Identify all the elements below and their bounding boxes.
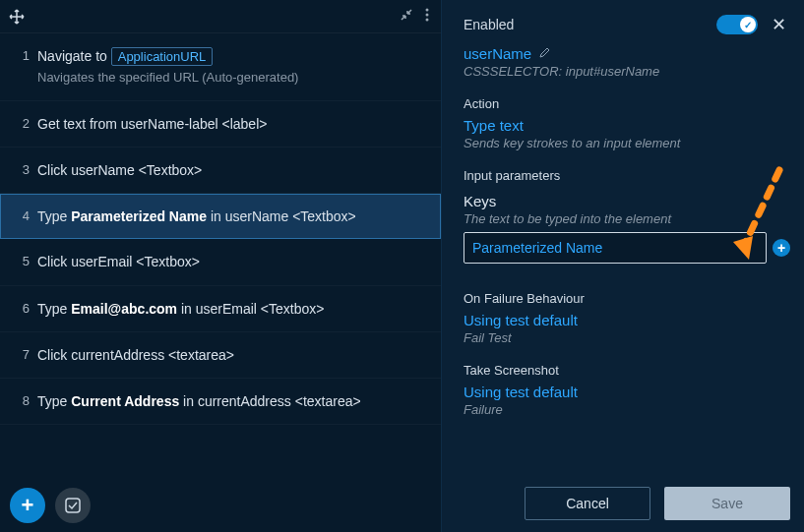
enabled-toggle[interactable]: ✓: [716, 15, 758, 34]
step-number: 5: [10, 254, 30, 268]
steps-panel: 1 Navigate to ApplicationURL Navigates t…: [0, 0, 441, 532]
step-number: 6: [10, 301, 30, 316]
param-chip[interactable]: ApplicationURL: [111, 47, 214, 66]
step-number: 1: [10, 48, 30, 63]
save-button[interactable]: Save: [664, 487, 790, 520]
steps-list: 1 Navigate to ApplicationURL Navigates t…: [0, 33, 441, 479]
step-row[interactable]: 3 Click userName <Textbox>: [0, 148, 441, 194]
kebab-menu-icon[interactable]: [419, 4, 435, 30]
add-step-button[interactable]: +: [10, 488, 45, 523]
step-number: 4: [10, 208, 30, 223]
step-row[interactable]: 1 Navigate to ApplicationURL Navigates t…: [0, 33, 441, 101]
svg-point-2: [426, 18, 429, 21]
cancel-button[interactable]: Cancel: [525, 487, 650, 520]
step-number: 2: [10, 116, 30, 131]
failure-note: Fail Test: [464, 330, 790, 345]
edit-element-icon[interactable]: [539, 46, 551, 61]
action-section-label: Action: [464, 96, 790, 111]
svg-point-0: [426, 8, 429, 11]
element-name: userName: [464, 45, 790, 62]
keys-input[interactable]: [464, 232, 767, 264]
left-footer: +: [0, 479, 441, 532]
validate-button[interactable]: [55, 488, 91, 523]
step-text: Click currentAddress <textarea>: [37, 346, 427, 364]
details-panel: Enabled ✓ ✕ userName CSSSELECTOR: input#…: [441, 0, 804, 532]
screenshot-note: Failure: [464, 402, 790, 417]
svg-rect-3: [66, 499, 80, 512]
enabled-label: Enabled: [464, 17, 514, 32]
input-params-label: Input parameters: [464, 168, 790, 183]
collapse-icon[interactable]: [394, 4, 419, 30]
step-text: Type Email@abc.com in userEmail <Textbox…: [37, 300, 427, 318]
step-row[interactable]: 4 Type Parameterized Name in userName <T…: [0, 194, 441, 239]
action-description: Sends key strokes to an input element: [464, 136, 790, 150]
keys-description: The text to be typed into the element: [464, 211, 790, 226]
step-number: 8: [10, 393, 30, 408]
step-number: 3: [10, 162, 30, 177]
screenshot-value[interactable]: Using test default: [464, 384, 790, 400]
step-row[interactable]: 5 Click userEmail <Textbox>: [0, 239, 441, 285]
step-text: Get text from userName-label <label>: [37, 115, 427, 133]
step-row[interactable]: 8 Type Current Address in currentAddress…: [0, 379, 441, 425]
failure-label: On Failure Behaviour: [464, 291, 790, 306]
step-text: Type Parameterized Name in userName <Tex…: [37, 207, 427, 225]
screenshot-label: Take Screenshot: [464, 363, 790, 378]
add-parameter-button[interactable]: +: [773, 239, 790, 257]
step-text: Type Current Address in currentAddress <…: [37, 392, 427, 410]
step-subtext: Navigates the specified URL (Auto-genera…: [37, 70, 427, 87]
close-icon[interactable]: ✕: [768, 12, 790, 37]
action-name[interactable]: Type text: [464, 117, 790, 134]
keys-label: Keys: [464, 193, 790, 209]
footer-buttons: Cancel Save: [464, 471, 790, 520]
enabled-row: Enabled ✓ ✕: [464, 10, 790, 39]
step-row[interactable]: 6 Type Email@abc.com in userEmail <Textb…: [0, 286, 441, 332]
step-number: 7: [10, 347, 30, 362]
step-row[interactable]: 2 Get text from userName-label <label>: [0, 101, 441, 148]
svg-point-1: [426, 13, 429, 16]
failure-value[interactable]: Using test default: [464, 312, 790, 328]
step-text: Navigate to ApplicationURL Navigates the…: [37, 47, 427, 87]
step-text: Click userEmail <Textbox>: [37, 253, 427, 270]
left-toolbar: [0, 0, 441, 33]
step-text: Click userName <Textbox>: [37, 161, 427, 179]
selector-text: CSSSELECTOR: input#userName: [464, 64, 790, 79]
move-icon[interactable]: [6, 6, 28, 28]
keys-input-row: +: [464, 232, 790, 264]
step-row[interactable]: 7 Click currentAddress <textarea>: [0, 332, 441, 379]
